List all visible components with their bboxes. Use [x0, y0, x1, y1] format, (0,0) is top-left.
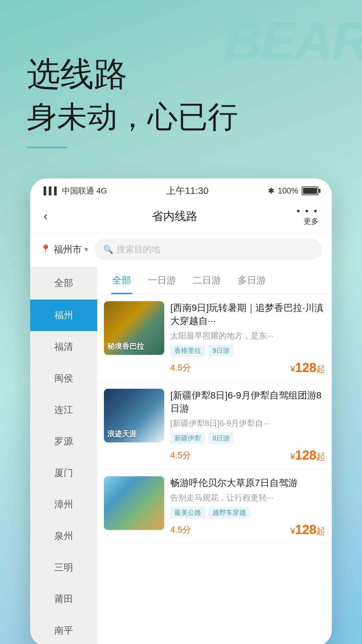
tag-2-0: 新疆伊犁: [170, 432, 205, 444]
tab-twoday[interactable]: 二日游: [184, 267, 229, 294]
tour-price-2: ¥128起: [290, 448, 325, 463]
tag-3-1: 越野车穿越: [208, 507, 250, 519]
dropdown-arrow-icon: ▾: [84, 245, 88, 254]
nav-title: 省内线路: [53, 209, 297, 224]
tab-oneday[interactable]: 一日游: [139, 267, 184, 294]
sidebar-item-fuzhou[interactable]: 福州: [30, 300, 97, 331]
sidebar-item-putian[interactable]: 莆田: [30, 583, 97, 615]
tour-rating-1: 4.5分: [170, 362, 191, 374]
tour-image-3: [104, 476, 164, 530]
tour-info-1: [西南9日]玩转暑期｜追梦香巴拉·川滇大穿越自··· 太阳最早照耀的地方，是东·…: [170, 301, 325, 375]
city-selector[interactable]: 📍 福州市 ▾: [40, 243, 88, 256]
tour-info-2: [新疆伊犁8日]6-9月伊犁自驾组团游8日游 [新疆伊犁8日]6-9月伊犁自··…: [170, 389, 325, 463]
tag-2-1: 8日游: [208, 432, 234, 444]
sidebar-item-fuqing[interactable]: 福清: [30, 331, 97, 363]
nav-bar: ‹ 省内线路 • • • 更多: [30, 201, 332, 233]
tour-title-2: [新疆伊犁8日]6-9月伊犁自驾组团游8日游: [170, 389, 325, 415]
main-content: 全部 福州 福清 闽侯 连江 罗源 厦门: [30, 267, 332, 644]
sidebar-item-quanzhou[interactable]: 泉州: [30, 520, 97, 552]
more-label: 更多: [304, 216, 318, 226]
tour-image-2: 浪迹天涯: [104, 389, 164, 442]
sidebar-item-luoyuan[interactable]: 罗源: [30, 426, 97, 457]
tag-1-1: 9日游: [208, 345, 234, 357]
more-dots: • • •: [297, 206, 318, 216]
search-placeholder: 搜索目的地: [117, 244, 160, 255]
tour-desc-3: 告别走马观花，让行程更轻···: [170, 492, 325, 503]
tab-multiday[interactable]: 多日游: [229, 267, 274, 294]
tour-tags-1: 香格里拉 9日游: [170, 345, 325, 357]
phone-mockup: ▌▌▌ 中国联通 4G 上午11:30 ✱ 100% ‹ 省内线路 • • • …: [0, 178, 362, 644]
tour-tags-3: 最美公路 越野车穿越: [170, 507, 325, 519]
tour-item-3[interactable]: 畅游呼伦贝尔大草原7日自驾游 告别走马观花，让行程更轻··· 最美公路 越野车穿…: [97, 470, 332, 544]
tag-1-0: 香格里拉: [170, 345, 205, 357]
battery-icon: [302, 186, 318, 195]
left-sidebar: 全部 福州 福清 闽侯 连江 罗源 厦门: [30, 267, 97, 644]
tab-all[interactable]: 全部: [104, 267, 139, 294]
sidebar-item-minhou[interactable]: 闽侯: [30, 363, 97, 394]
status-left: ▌▌▌ 中国联通 4G: [44, 185, 107, 196]
tour-title-1: [西南9日]玩转暑期｜追梦香巴拉·川滇大穿越自···: [170, 301, 325, 327]
location-icon: 📍: [40, 244, 51, 255]
tour-info-3: 畅游呼伦贝尔大草原7日自驾游 告别走马观花，让行程更轻··· 最美公路 越野车穿…: [170, 476, 325, 537]
search-row: 📍 福州市 ▾ 🔍 搜索目的地: [30, 233, 332, 267]
back-button[interactable]: ‹: [44, 208, 53, 225]
more-button[interactable]: • • • 更多: [297, 206, 318, 226]
search-icon: 🔍: [103, 245, 113, 254]
tour-bottom-1: 4.5分 ¥128起: [170, 361, 325, 375]
tour-img-label-1: 秘境香巴拉: [104, 301, 164, 355]
tag-3-0: 最美公路: [170, 507, 205, 519]
tour-desc-2: [新疆伊犁8日]6-9月伊犁自···: [170, 418, 325, 429]
sidebar-item-xiamen[interactable]: 厦门: [30, 457, 97, 489]
hero-decorative-line: [27, 147, 67, 148]
tour-list: 秘境香巴拉 [西南9日]玩转暑期｜追梦香巴拉·川滇大穿越自··· 太阳最早照耀的…: [97, 294, 332, 544]
tour-price-3: ¥128起: [290, 523, 325, 537]
search-box[interactable]: 🔍 搜索目的地: [95, 239, 322, 260]
tour-rating-2: 4.5分: [170, 449, 191, 461]
city-name: 福州市: [54, 243, 82, 256]
tour-rating-3: 4.5分: [170, 524, 191, 536]
tour-bottom-2: 4.5分 ¥128起: [170, 448, 325, 463]
right-content: 全部 一日游 二日游 多日游: [97, 267, 332, 644]
signal-icon: ▌▌▌: [44, 186, 59, 195]
tab-bar: 全部 一日游 二日游 多日游: [97, 267, 332, 294]
sidebar-all-header[interactable]: 全部: [30, 267, 97, 300]
status-bar: ▌▌▌ 中国联通 4G 上午11:30 ✱ 100%: [30, 178, 332, 201]
hero-title-main: 选线路: [27, 54, 362, 94]
tour-image-1: 秘境香巴拉: [104, 301, 164, 355]
hero-section: 选线路 身未动，心已行: [0, 0, 362, 168]
tour-tags-2: 新疆伊犁 8日游: [170, 432, 325, 444]
battery-percent: 100%: [278, 186, 298, 196]
sidebar-item-zhangzhou[interactable]: 漳州: [30, 489, 97, 520]
sidebar-item-nanping[interactable]: 南平: [30, 615, 97, 644]
status-right: ✱ 100%: [268, 186, 318, 196]
tour-item-2[interactable]: 浪迹天涯 [新疆伊犁8日]6-9月伊犁自驾组团游8日游 [新疆伊犁8日]6-9月…: [97, 382, 332, 470]
tour-img-label-3: [104, 476, 164, 530]
phone-screen: ▌▌▌ 中国联通 4G 上午11:30 ✱ 100% ‹ 省内线路 • • • …: [30, 178, 332, 644]
sidebar-item-lianjiang[interactable]: 连江: [30, 394, 97, 426]
tour-bottom-3: 4.5分 ¥128起: [170, 523, 325, 537]
sidebar-item-sanming[interactable]: 三明: [30, 552, 97, 583]
status-time: 上午11:30: [166, 184, 208, 197]
tour-title-3: 畅游呼伦贝尔大草原7日自驾游: [170, 476, 325, 489]
tour-price-1: ¥128起: [290, 361, 325, 375]
tour-img-label-2: 浪迹天涯: [104, 389, 164, 442]
bluetooth-icon: ✱: [268, 186, 275, 196]
tour-item-1[interactable]: 秘境香巴拉 [西南9日]玩转暑期｜追梦香巴拉·川滇大穿越自··· 太阳最早照耀的…: [97, 294, 332, 382]
carrier-label: 中国联通 4G: [62, 185, 107, 196]
tour-desc-1: 太阳最早照耀的地方，是东···: [170, 330, 325, 341]
hero-title-sub: 身未动，心已行: [27, 97, 362, 137]
